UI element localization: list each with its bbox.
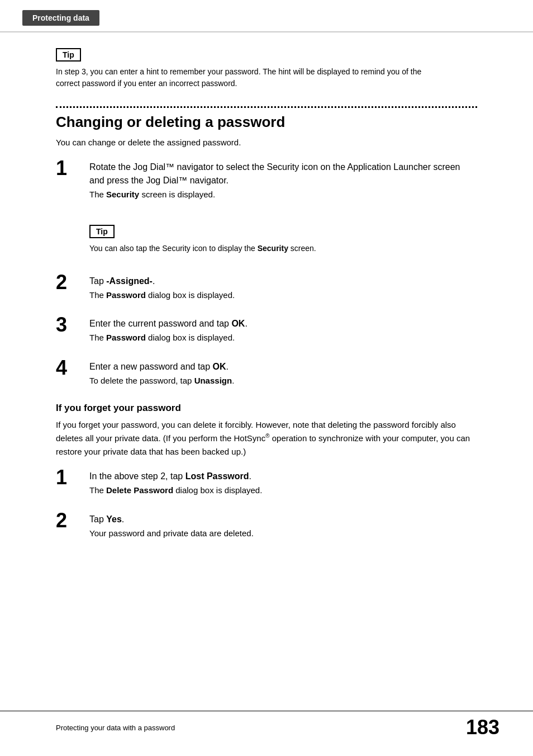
sub-step-1: 1 In the above step 2, tap Lost Password… [56,470,477,497]
step-4-main: Enter a new password and tap OK. [89,360,477,374]
step-3-sub: The Password dialog box is displayed. [89,332,477,344]
sub-step-2-main: Tap Yes. [89,513,477,526]
step-3: 3 Enter the current password and tap OK.… [56,317,477,344]
tip1-container: Tip In step 3, you can enter a hint to r… [56,32,477,89]
step-4-content: Enter a new password and tap OK. To dele… [89,360,477,388]
step-1-number: 1 [56,158,84,178]
sub-step-2-number: 2 [56,511,84,531]
step-4-sub: To delete the password, tap Unassign. [89,375,477,388]
step-2-sub: The Password dialog box is displayed. [89,289,477,302]
sub-step-1-content: In the above step 2, tap Lost Password. … [89,470,477,497]
step-2-content: Tap -Assigned-. The Password dialog box … [89,275,477,302]
sub-step-2-sub: Your password and private data are delet… [89,527,477,540]
step-2-number: 2 [56,272,84,292]
tip1-text: In step 3, you can enter a hint to remem… [56,66,436,89]
step-3-number: 3 [56,315,84,335]
step-2: 2 Tap -Assigned-. The Password dialog bo… [56,275,477,302]
step-4: 4 Enter a new password and tap OK. To de… [56,360,477,388]
sub-step-1-sub: The Delete Password dialog box is displa… [89,484,477,497]
sub-step-1-number: 1 [56,467,84,488]
main-content: Tip In step 3, you can enter a hint to r… [0,32,533,589]
header-bar: Protecting data [0,0,533,32]
section-heading: Changing or deleting a password [56,114,477,131]
subsection-text: If you forget your password, you can del… [56,418,477,459]
step-1-tip-label: Tip [89,225,115,238]
sub-step-2-content: Tap Yes. Your password and private data … [89,513,477,540]
step-3-content: Enter the current password and tap OK. T… [89,317,477,344]
step-1-main: Rotate the Jog Dial™ navigator to select… [89,160,477,187]
subsection: If you forget your password If you forge… [56,403,477,459]
step-3-main: Enter the current password and tap OK. [89,317,477,330]
step-1-sub: The Security screen is displayed. [89,188,477,201]
sub-step-1-main: In the above step 2, tap Lost Password. [89,470,477,483]
sub-step-2: 2 Tap Yes. Your password and private dat… [56,513,477,540]
footer: Protecting your data with a password 183 [0,711,533,739]
header-tab: Protecting data [22,10,99,26]
tip1-label: Tip [56,48,81,62]
step-1-content: Rotate the Jog Dial™ navigator to select… [89,160,477,259]
subsection-heading: If you forget your password [56,403,477,414]
step-1-tip-text: You can also tap the Security icon to di… [89,243,469,254]
section-intro: You can change or delete the assigned pa… [56,138,477,147]
footer-left-text: Protecting your data with a password [56,724,175,732]
footer-page-number: 183 [466,716,499,739]
step-2-main: Tap -Assigned-. [89,275,477,288]
step-1: 1 Rotate the Jog Dial™ navigator to sele… [56,160,477,259]
step-4-number: 4 [56,358,84,378]
dots-line [56,106,477,108]
step-1-tip-container: Tip You can also tap the Security icon t… [89,209,477,254]
dotted-divider [56,106,477,108]
